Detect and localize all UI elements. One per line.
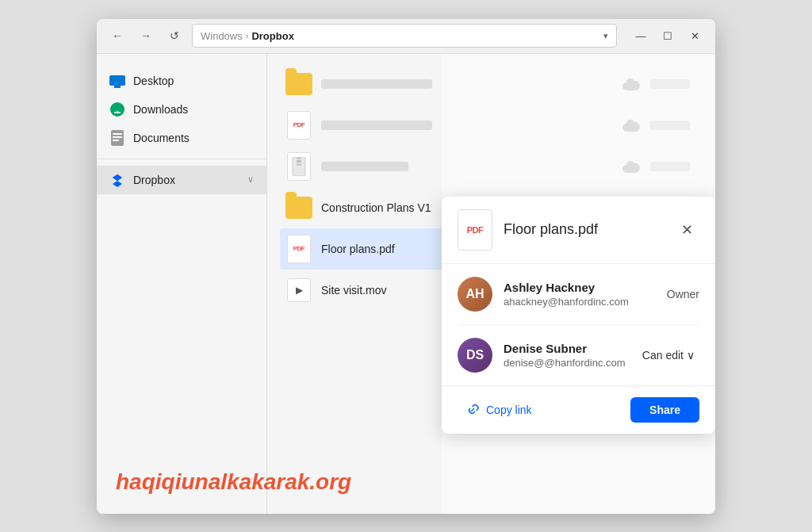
watermark: haqiqiunalkakarak.org [116, 469, 351, 495]
avatar-denise: DS [458, 338, 492, 373]
svg-rect-12 [297, 157, 301, 159]
user-info-denise: Denise Subner denise@@hanfordinc.com [504, 342, 626, 369]
svg-rect-13 [297, 160, 301, 163]
sidebar: Desktop Downloads [97, 54, 267, 514]
minimize-button[interactable]: — [630, 25, 652, 47]
sidebar-item-desktop[interactable]: Desktop [97, 67, 266, 95]
svg-rect-1 [114, 86, 121, 88]
svg-point-2 [110, 102, 124, 117]
sidebar-item-dropbox[interactable]: Dropbox ∨ [97, 166, 266, 194]
breadcrumb-current: Dropbox [251, 30, 293, 42]
popup-pdf-icon: PDF [458, 209, 492, 251]
title-bar: ← → ↺ Windows › Dropbox ▾ — ☐ ✕ [97, 19, 715, 54]
desktop-icon [109, 73, 125, 89]
user-row-denise: DS Denise Subner denise@@hanfordinc.com … [458, 325, 699, 385]
user-info-ashley: Ashley Hackney ahackney@hanfordinc.com [504, 281, 656, 308]
popup-overlay: PDF Floor plans.pdf ✕ AH Ashley Hackney [442, 54, 715, 514]
avatar-ashley: AH [458, 277, 492, 312]
user-email-denise: denise@@hanfordinc.com [504, 357, 626, 369]
main-content: Desktop Downloads [97, 54, 715, 514]
maximize-button[interactable]: ☐ [657, 25, 679, 47]
can-edit-label: Can edit [642, 349, 684, 362]
can-edit-chevron-icon: ∨ [687, 349, 695, 362]
folder-icon [285, 193, 313, 222]
sidebar-item-label-dropbox: Dropbox [133, 174, 175, 186]
breadcrumb-separator: › [246, 31, 249, 40]
popup-footer: Copy link Share [442, 385, 715, 434]
sidebar-chevron-icon: ∨ [247, 174, 254, 185]
pdf-icon: PDF [285, 111, 313, 140]
user-role-ashley: Owner [667, 288, 699, 300]
folder-icon [285, 70, 313, 98]
user-email-ashley: ahackney@hanfordinc.com [504, 296, 656, 308]
forward-button[interactable]: → [135, 25, 157, 47]
zip-icon [285, 152, 313, 181]
svg-marker-10 [113, 174, 122, 181]
movie-icon: ▶ [285, 276, 313, 304]
link-icon [465, 403, 480, 417]
pdf-icon: PDF [285, 235, 313, 263]
sidebar-divider [97, 159, 266, 159]
dropbox-icon [109, 172, 125, 188]
user-name-denise: Denise Subner [504, 342, 626, 355]
copy-link-label: Copy link [486, 404, 532, 416]
refresh-button[interactable]: ↺ [163, 25, 186, 47]
sidebar-item-label-downloads: Downloads [133, 103, 188, 116]
close-button[interactable]: ✕ [684, 25, 706, 47]
svg-rect-14 [297, 163, 301, 166]
sidebar-item-downloads[interactable]: Downloads [97, 95, 266, 124]
svg-rect-8 [113, 140, 119, 141]
popup-header: PDF Floor plans.pdf ✕ [442, 197, 715, 264]
breadcrumb-windows: Windows [201, 30, 243, 42]
user-row-ashley: AH Ashley Hackney ahackney@hanfordinc.co… [458, 264, 699, 325]
sidebar-item-documents[interactable]: Documents [97, 124, 266, 152]
address-bar[interactable]: Windows › Dropbox ▾ [192, 24, 617, 48]
svg-rect-11 [293, 157, 305, 176]
popup-body: AH Ashley Hackney ahackney@hanfordinc.co… [442, 264, 715, 385]
documents-icon [109, 130, 125, 146]
svg-rect-7 [113, 136, 122, 138]
share-popup: PDF Floor plans.pdf ✕ AH Ashley Hackney [442, 197, 715, 434]
address-bar-chevron: ▾ [603, 31, 608, 41]
sidebar-item-label-documents: Documents [133, 132, 190, 144]
svg-rect-6 [113, 133, 122, 135]
file-list: PDF [267, 54, 715, 514]
copy-link-button[interactable]: Copy link [458, 398, 540, 422]
popup-filename: Floor plans.pdf [504, 221, 663, 238]
back-button[interactable]: ← [106, 25, 128, 47]
popup-close-button[interactable]: ✕ [674, 217, 699, 243]
downloads-icon [109, 101, 125, 117]
can-edit-dropdown-button[interactable]: Can edit ∨ [638, 346, 699, 365]
svg-rect-0 [109, 75, 125, 86]
sidebar-item-label-desktop: Desktop [133, 75, 174, 87]
user-name-ashley: Ashley Hackney [504, 281, 656, 294]
window-controls: — ☐ ✕ [630, 25, 706, 47]
share-button[interactable]: Share [630, 397, 699, 423]
